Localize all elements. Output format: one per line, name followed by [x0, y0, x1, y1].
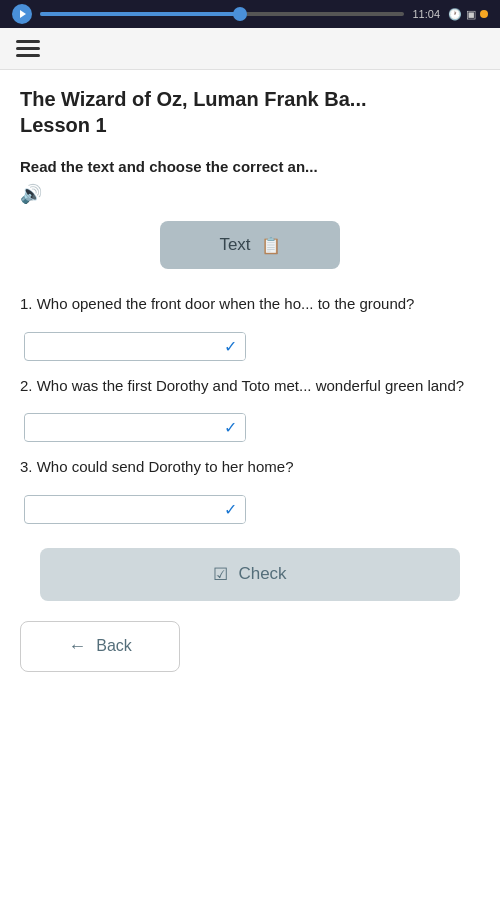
back-button-container: ← Back — [20, 621, 480, 696]
notification-dot — [480, 10, 488, 18]
book-title: The Wizard of Oz, Luman Frank Ba... — [20, 86, 480, 112]
question-2-dropdown-wrapper: ✓ — [24, 413, 246, 442]
question-1: 1. Who opened the front door when the ho… — [20, 293, 480, 361]
play-button[interactable] — [12, 4, 32, 24]
lesson-number: Lesson 1 — [20, 112, 480, 138]
question-3-dropdown-wrapper: ✓ — [24, 495, 246, 524]
question-1-text: 1. Who opened the front door when the ho… — [20, 293, 480, 316]
menu-bar — [0, 28, 500, 70]
status-bar: 11:04 🕐 ▣ — [0, 0, 500, 28]
image-icon: ▣ — [466, 8, 476, 21]
audio-button[interactable]: 🔊 — [20, 183, 480, 205]
question-3-chevron-down-icon[interactable]: ✓ — [216, 496, 245, 523]
status-time: 11:04 — [412, 8, 440, 20]
question-3-input[interactable] — [25, 497, 216, 521]
question-2-answer-group: ✓ — [20, 413, 480, 442]
hamburger-line-1 — [16, 40, 40, 43]
question-2-chevron-down-icon[interactable]: ✓ — [216, 414, 245, 441]
progress-fill — [40, 12, 240, 16]
questions-container: 1. Who opened the front door when the ho… — [20, 293, 480, 524]
question-3: 3. Who could send Dorothy to her home? ✓ — [20, 456, 480, 524]
check-button-label: Check — [238, 564, 286, 584]
instruction-text: Read the text and choose the correct an.… — [20, 158, 480, 175]
back-button-label: Back — [96, 637, 132, 655]
question-2-input[interactable] — [25, 416, 216, 440]
audio-progress-bar[interactable] — [40, 12, 404, 16]
question-2-label: 2. Who was the first Dorothy and Toto me… — [20, 377, 464, 394]
text-button[interactable]: Text 📋 — [160, 221, 340, 269]
main-content: The Wizard of Oz, Luman Frank Ba... Less… — [0, 70, 500, 712]
hamburger-line-3 — [16, 54, 40, 57]
checkmark-icon: ☑ — [213, 564, 228, 585]
status-icons: 🕐 ▣ — [448, 8, 488, 21]
back-button[interactable]: ← Back — [20, 621, 180, 672]
check-button[interactable]: ☑ Check — [40, 548, 460, 601]
question-2-text: 2. Who was the first Dorothy and Toto me… — [20, 375, 480, 398]
question-1-input[interactable] — [25, 334, 216, 358]
text-button-label: Text — [219, 235, 250, 255]
check-button-container: ☑ Check — [20, 548, 480, 601]
question-1-answer-group: ✓ — [20, 332, 480, 361]
question-2: 2. Who was the first Dorothy and Toto me… — [20, 375, 480, 443]
progress-thumb — [233, 7, 247, 21]
question-3-text: 3. Who could send Dorothy to her home? — [20, 456, 480, 479]
hamburger-menu[interactable] — [16, 40, 40, 57]
text-button-container: Text 📋 — [20, 221, 480, 269]
question-1-label: 1. Who opened the front door when the ho… — [20, 295, 414, 312]
lesson-title: The Wizard of Oz, Luman Frank Ba... Less… — [20, 86, 480, 138]
question-3-label: 3. Who could send Dorothy to her home? — [20, 458, 294, 475]
hamburger-line-2 — [16, 47, 40, 50]
question-3-answer-group: ✓ — [20, 495, 480, 524]
document-icon: 📋 — [261, 236, 281, 255]
question-1-chevron-down-icon[interactable]: ✓ — [216, 333, 245, 360]
back-arrow-icon: ← — [68, 636, 86, 657]
clock-icon: 🕐 — [448, 8, 462, 21]
question-1-dropdown-wrapper: ✓ — [24, 332, 246, 361]
